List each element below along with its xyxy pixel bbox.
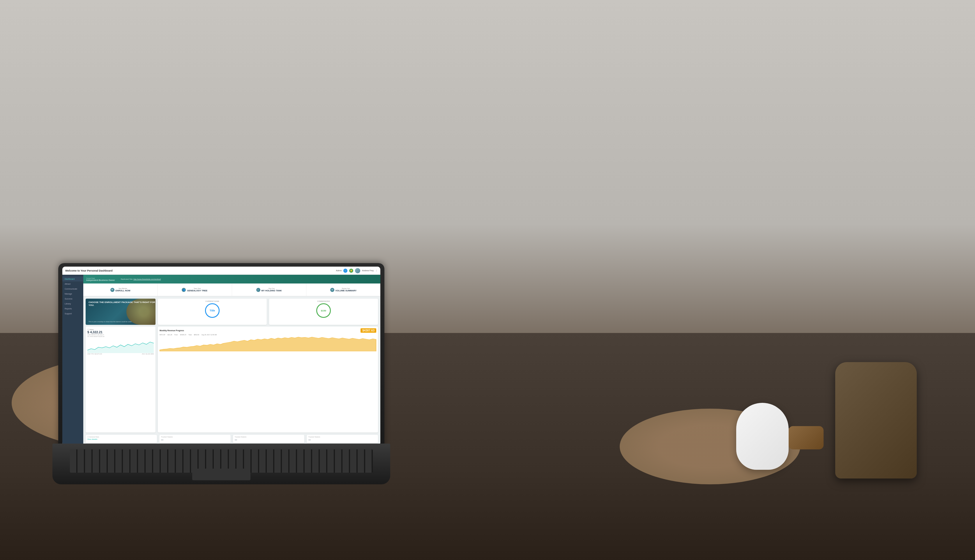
commissions-value: $150	[321, 309, 326, 312]
sub-header: Current Rank Independent Business Owner …	[83, 275, 380, 283]
rev-stat2-value: $4335.24	[180, 334, 186, 336]
sidebar-item-manage[interactable]: Manage	[62, 292, 83, 296]
laptop-screen-bezel: Welcome to Your Personal Dashboard Admin…	[62, 267, 380, 445]
incense-holder	[789, 426, 823, 449]
holding-icon: 🛒	[256, 288, 260, 292]
sidebar-item-communicate[interactable]: Communicate	[62, 287, 83, 292]
rank-commissions-row: Current Rank Title Commissions $150	[158, 298, 378, 325]
revenue-chart	[160, 337, 376, 351]
header-right: Admin 🛒 🔔 Andrew Frey ⋮	[336, 268, 377, 273]
main-content: Current Rank Independent Business Owner …	[83, 275, 380, 445]
laptop-lid: Welcome to Your Personal Dashboard Admin…	[58, 263, 384, 449]
commissions-card-title: Commissions	[271, 300, 376, 302]
promo-banner[interactable]: CHOOSE THE ENROLLMENT PACKAGE THAT'S RIG…	[86, 298, 155, 325]
rev-stat1-label: MTD GP	[160, 334, 165, 336]
notification-icon[interactable]: 🔔	[349, 268, 353, 273]
laptop-base	[52, 443, 390, 484]
enroll-now-button[interactable]: 👁 New Member ENROLL NOW	[83, 283, 157, 296]
rev-stat3-value: $952.66	[194, 334, 199, 336]
chart-ytd: USD YTD: $14,871.99	[87, 353, 102, 355]
rank-card: Current Rank Title	[158, 298, 267, 325]
volume-title: VOLUME SUMMARY	[336, 289, 357, 292]
rank-circle: Title	[205, 303, 220, 318]
stat-tracked3-title: Tracked Statistic	[309, 436, 376, 438]
commissions-circle: $150	[316, 303, 331, 318]
dashboard-title: Welcome to Your Personal Dashboard	[65, 269, 113, 272]
cart-icon[interactable]: 🛒	[343, 268, 347, 273]
enroll-icon: 👁	[110, 288, 114, 292]
promo-headline: CHOOSE THE ENROLLMENT PACKAGE THAT'S RIG…	[88, 301, 155, 307]
laptop: Welcome to Your Personal Dashboard Admin…	[52, 263, 390, 484]
chart-labels: USD YTD: $14,871.99 AVG: $1,619.39/M	[87, 353, 154, 355]
volume-summary-button[interactable]: ✉ Review Your VOLUME SUMMARY	[306, 283, 380, 296]
value-section: ⬡ Value $ 4,322.21 LAST MONTH: $4,166.27…	[86, 327, 155, 433]
panels-row: CHOOSE THE ENROLLMENT PACKAGE THAT'S RIG…	[83, 296, 380, 435]
rev-stat3-label: Total	[189, 334, 192, 336]
revenue-title: Monthly Revenue Progress	[160, 330, 184, 332]
rev-stat2-label: From	[174, 334, 178, 336]
revenue-section: Monthly Revenue Progress $4307.63 MTD GP…	[158, 327, 378, 433]
revenue-stats: MTD GP $21.28 From $4335.24 Total $952.6…	[160, 334, 376, 336]
stats-panel: Current Rank Title Commissions $150	[158, 298, 378, 433]
genealogy-title: GENEALOGY TREE	[187, 289, 207, 292]
user-name: Andrew Frey	[362, 270, 374, 272]
laptop-trackpad	[192, 468, 250, 480]
dashboard-ui: Welcome to Your Personal Dashboard Admin…	[62, 267, 380, 445]
stat-card-tracked3: Tracked Statistic —	[307, 435, 378, 443]
buddha-statue	[835, 362, 917, 478]
holding-text: View Your MY HOLDING TANK	[262, 288, 282, 292]
stat-tracked2-title: Tracked Statistic	[235, 436, 302, 438]
rank-card-title: Current Rank	[160, 300, 265, 302]
genealogy-text: Team View GENEALOGY TREE	[187, 288, 207, 292]
genealogy-icon: 👥	[182, 288, 186, 292]
volume-text: Review Your VOLUME SUMMARY	[336, 288, 357, 292]
value-label: ⬡ Value	[87, 328, 154, 330]
dashboard-header: Welcome to Your Personal Dashboard Admin…	[62, 267, 380, 275]
stat-tracked3-value: —	[309, 438, 376, 441]
sidebar: Dashboard Attract Communicate Manage Suc…	[62, 275, 83, 445]
holding-title: MY HOLDING TANK	[262, 289, 282, 292]
chart-avg: AVG: $1,619.39/M	[142, 353, 154, 355]
stat-tracked1-title: Tracked Statistic	[161, 436, 229, 438]
more-icon[interactable]: ⋮	[376, 270, 377, 272]
rank-info: Current Rank Independent Business Owner	[86, 277, 115, 281]
user-avatar[interactable]	[355, 268, 360, 273]
promo-subtext: This is just a mockup to show how the ba…	[88, 321, 132, 322]
left-column: CHOOSE THE ENROLLMENT PACKAGE THAT'S RIG…	[86, 298, 155, 433]
sidebar-item-library[interactable]: Library	[62, 301, 83, 306]
sidebar-item-success[interactable]: Success	[62, 296, 83, 301]
rank-value: Independent Business Owner	[86, 279, 115, 281]
quick-actions-bar: 👁 New Member ENROLL NOW 👥 Team View	[83, 283, 380, 296]
stat-tracked2-value: —	[235, 438, 302, 441]
value-amount: $ 4,322.21	[87, 330, 154, 334]
sidebar-item-support[interactable]: Support	[62, 311, 83, 316]
commissions-card: Commissions $150	[269, 298, 378, 325]
stat-tracked1-value: —	[161, 438, 229, 441]
rank-circle-value: Title	[210, 309, 215, 312]
replicated-site-url: Replicated Site: http://www.thewebsite.c…	[120, 278, 161, 280]
dashboard-body: Dashboard Attract Communicate Manage Suc…	[62, 275, 380, 445]
computer-mouse	[736, 403, 789, 470]
rev-date: Aug 29, 2017 12:55 AM	[202, 334, 217, 336]
sidebar-item-dashboard[interactable]: Dashboard	[62, 277, 83, 282]
value-chart	[87, 338, 154, 353]
stat-card-tracked1: Tracked Statistic —	[159, 435, 230, 443]
rev-stat1-value: $21.28	[167, 334, 172, 336]
enroll-text: New Member ENROLL NOW	[115, 288, 130, 292]
enroll-title: ENROLL NOW	[115, 289, 130, 292]
stat-general-links[interactable]: View details	[87, 438, 155, 440]
stat-card-general: ⬡ General Stats View details	[86, 435, 157, 443]
sidebar-item-reports[interactable]: Reports	[62, 306, 83, 311]
admin-label: Admin	[336, 270, 342, 272]
volume-icon: ✉	[330, 288, 334, 292]
genealogy-button[interactable]: 👥 Team View GENEALOGY TREE	[157, 283, 232, 296]
revenue-header: Monthly Revenue Progress $4307.63	[160, 328, 376, 333]
holding-tank-button[interactable]: 🛒 View Your MY HOLDING TANK	[232, 283, 306, 296]
stat-card-tracked2: Tracked Statistic —	[233, 435, 304, 443]
value-sub2: VS THIS MONTH $155.94	[87, 336, 154, 337]
sidebar-item-attract[interactable]: Attract	[62, 282, 83, 287]
stat-general-title: ⬡ General Stats	[87, 436, 155, 438]
revenue-amount: $4307.63	[361, 328, 376, 333]
